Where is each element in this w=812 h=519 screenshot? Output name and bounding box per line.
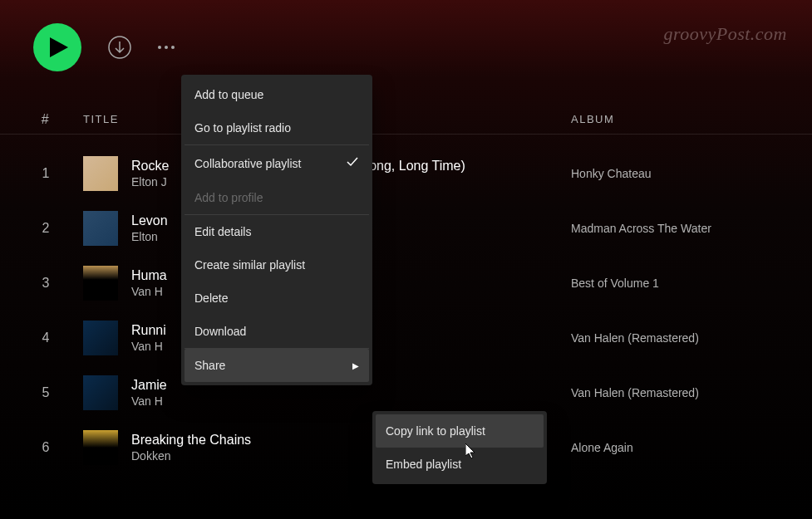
track-number: 2 <box>33 221 58 236</box>
download-icon <box>107 35 132 60</box>
play-button[interactable] <box>33 23 81 71</box>
album-art <box>83 321 118 355</box>
track-title: Jamie <box>131 378 167 393</box>
album-art <box>83 266 118 301</box>
menu-item-label: Collaborative playlist <box>194 157 301 170</box>
download-button[interactable] <box>105 32 135 62</box>
track-artist[interactable]: Van H <box>131 394 167 408</box>
track-number: 6 <box>33 440 58 455</box>
menu-download[interactable]: Download <box>185 315 369 348</box>
menu-collaborative-playlist[interactable]: Collaborative playlist <box>185 145 369 181</box>
column-album: ALBUM <box>571 113 779 125</box>
track-album[interactable]: Alone Again <box>571 441 779 454</box>
track-album[interactable]: Honky Chateau <box>571 167 779 180</box>
track-row[interactable]: 4 Runnin' with the Devil - 2015 Remaster… <box>33 314 779 362</box>
track-row[interactable]: 3 Huma Van H Best of Volume 1 <box>33 259 779 307</box>
menu-share[interactable]: Share ▶ <box>185 349 369 382</box>
track-number: 3 <box>33 276 58 291</box>
album-art <box>83 375 118 410</box>
track-number: 1 <box>33 166 58 181</box>
dot-icon <box>165 46 168 49</box>
submenu-copy-link[interactable]: Copy link to playlist <box>376 414 544 448</box>
track-title: Levon <box>131 213 168 228</box>
track-album[interactable]: Best of Volume 1 <box>571 277 779 290</box>
track-title: Breaking the Chains <box>131 433 251 448</box>
track-list-header: # TITLE ALBUM <box>0 105 812 135</box>
submenu-embed-playlist[interactable]: Embed playlist <box>376 448 544 481</box>
watermark: groovyPost.com <box>663 23 787 45</box>
play-icon <box>50 37 68 57</box>
album-art <box>83 211 118 246</box>
more-options-button[interactable] <box>158 46 175 49</box>
column-number: # <box>33 112 58 127</box>
context-menu: Add to queue Go to playlist radio Collab… <box>181 75 372 385</box>
dot-icon <box>158 46 161 49</box>
track-artist[interactable]: Dokken <box>131 449 251 463</box>
menu-edit-details[interactable]: Edit details <box>185 215 369 248</box>
track-number: 4 <box>33 330 58 345</box>
track-album[interactable]: Van Halen (Remastered) <box>571 331 779 345</box>
track-album[interactable]: Madman Across The Water <box>571 222 779 235</box>
track-number: 5 <box>33 385 58 400</box>
menu-item-label: Share <box>194 359 225 372</box>
menu-add-to-queue[interactable]: Add to queue <box>185 78 369 111</box>
track-row[interactable]: 5 Jamie Van H Van Halen (Remastered) <box>33 369 779 417</box>
album-art <box>83 430 118 465</box>
track-artist[interactable]: Elton <box>131 230 168 243</box>
track-artist[interactable]: Van H <box>131 285 167 298</box>
track-album[interactable]: Van Halen (Remastered) <box>571 386 779 399</box>
share-submenu: Copy link to playlist Embed playlist <box>372 411 547 484</box>
album-art <box>83 156 118 191</box>
menu-delete[interactable]: Delete <box>185 282 369 315</box>
track-title: Huma <box>131 268 167 283</box>
dot-icon <box>171 46 175 49</box>
track-row[interactable]: 2 Levon Elton Madman Across The Water <box>33 204 779 252</box>
check-icon <box>346 155 359 171</box>
menu-create-similar[interactable]: Create similar playlist <box>185 248 369 282</box>
track-row[interactable]: 1 Rocket Man (I Think It's Going To Be A… <box>33 149 779 198</box>
chevron-right-icon: ▶ <box>352 361 359 370</box>
menu-add-to-profile: Add to profile <box>185 181 369 214</box>
menu-playlist-radio[interactable]: Go to playlist radio <box>185 111 369 144</box>
